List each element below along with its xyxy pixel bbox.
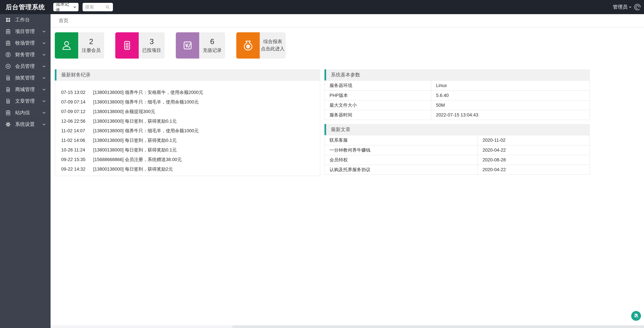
user-icon — [60, 39, 73, 51]
param-value: Linux — [431, 81, 590, 90]
sidebar-item-label: 站内信 — [15, 109, 42, 116]
chevron-down-icon — [42, 111, 46, 115]
sidebar-item-label: 商城管理 — [15, 86, 42, 93]
system-param-row: 服务器时间 2022-07-15 13:04:43 — [325, 110, 590, 120]
article-title-link[interactable]: 认购及托养服务协议 — [325, 166, 478, 173]
record-time: 09-22 15:35 — [61, 155, 93, 164]
sidebar-item-label: 文章管理 — [15, 98, 42, 105]
record-time: 11-02 14:06 — [61, 136, 93, 145]
param-label: PHP版本 — [325, 92, 431, 98]
document-icon — [5, 87, 11, 93]
gear-icon — [5, 121, 11, 127]
clipboard-icon — [5, 110, 11, 116]
sidebar-item[interactable]: 财务管理 — [0, 49, 50, 61]
sidebar-item[interactable]: 抽奖管理 — [0, 72, 50, 84]
user-name: 管理员 — [613, 4, 628, 10]
bill-edit-icon — [182, 39, 194, 51]
article-row: 认购及托养服务协议 2020-04-22 — [325, 164, 590, 174]
sidebar-item-label: 牧场管理 — [15, 40, 42, 46]
record-text: [13800138000] 每日签到，获得奖励0.1元 — [93, 117, 177, 126]
system-panel-header: 系统基本参数 — [324, 69, 590, 80]
system-param-row: 最大文件大小 50M — [325, 100, 590, 110]
search-icon[interactable] — [105, 5, 110, 9]
stat-card[interactable]: 6 充值记录 — [176, 32, 225, 59]
sidebar-item-label: 抽奖管理 — [15, 75, 42, 81]
finance-panel-header: 最新财务纪录 — [55, 69, 320, 80]
finance-record-list: 07-15 13:02 [13800138000] 领养牛只：安格斯牛，使用余额… — [55, 80, 320, 176]
system-params-table: 服务器环境 Linux PHP版本 5.6.40 最大文件大小 50M 服务器时… — [324, 80, 590, 120]
chevron-down-icon — [42, 64, 46, 68]
chevron-down-icon — [42, 76, 46, 80]
record-text: [13800138000] 每日签到，获得奖励0.1元 — [93, 136, 177, 145]
dashboard-grid-icon — [5, 17, 11, 23]
bell-slash-icon — [633, 313, 639, 319]
record-type-select[interactable]: 流水记录 — [53, 3, 78, 11]
sidebar-item-label: 工作台 — [15, 16, 42, 23]
horizontal-scrollbar[interactable] — [50, 325, 644, 328]
record-text: [15688668866] 会员注册，系统赠送38.00元 — [93, 155, 182, 164]
param-value: 50M — [431, 100, 590, 110]
param-label: 最大文件大小 — [325, 102, 431, 108]
record-time: 07-09 07:12 — [61, 107, 93, 117]
record-text: [13800138000] 每日签到，获得奖励2元 — [93, 164, 173, 174]
chevron-down-icon — [42, 99, 46, 103]
system-param-row: 服务器环境 Linux — [325, 81, 590, 90]
stat-card[interactable]: 综合报表 点击此进入 — [236, 32, 286, 59]
sidebar-item[interactable]: 站内信 — [0, 107, 50, 119]
right-column: 系统基本参数 服务器环境 Linux PHP版本 5.6.40 最大文件大小 5… — [324, 69, 590, 176]
system-param-row: PHP版本 5.6.40 — [325, 90, 590, 100]
tab-bar: 首页 — [50, 14, 644, 28]
finance-record-row: 09-22 15:35 [15688668866] 会员注册，系统赠送38.00… — [55, 155, 320, 164]
stat-card[interactable]: 2 注册会员 — [55, 32, 104, 59]
record-time: 10-26 11:24 — [61, 145, 93, 155]
search-box — [82, 3, 113, 11]
article-title-link[interactable]: 一分钟教何养牛赚钱 — [325, 147, 478, 153]
sidebar-item[interactable]: 商城管理 — [0, 84, 50, 95]
finance-record-row: 11-02 14:06 [13800138000] 每日签到，获得奖励0.1元 — [55, 136, 320, 145]
sidebar-item[interactable]: 系统设置 — [0, 119, 50, 130]
sidebar-item[interactable]: 工作台 — [0, 14, 50, 26]
card-label: 已投项目 — [142, 47, 161, 53]
sidebar-item-label: 项目管理 — [15, 28, 42, 35]
notification-toggle-button[interactable] — [631, 311, 641, 321]
finance-record-row: 07-09 07:12 [13800138000] 余额提现300元 — [55, 107, 320, 117]
article-title-link[interactable]: 联系客服 — [325, 137, 478, 143]
stat-card[interactable]: 3 已投项目 — [115, 32, 165, 59]
user-menu[interactable]: 管理员 — [613, 3, 644, 11]
top-bar: 后台管理系统 流水记录 管理员 — [0, 0, 644, 14]
horizontal-scrollbar-thumb[interactable] — [50, 325, 232, 328]
card-value: 综合报表 — [263, 39, 282, 44]
sidebar-item[interactable]: 会员管理 — [0, 61, 50, 72]
search-input[interactable] — [85, 4, 105, 10]
notebook-icon — [121, 39, 133, 51]
sidebar: 工作台 项目管理 牧场管理 财务管理 会员管理 抽奖管理 — [0, 14, 50, 328]
chevron-down-icon — [42, 122, 46, 127]
record-text: [13800138000] 领养牛只：细毛羊，使用余额1000元 — [93, 126, 199, 136]
chevron-down-icon — [42, 29, 46, 34]
chevron-down-icon — [42, 87, 46, 92]
card-value: 3 — [150, 37, 154, 46]
article-date: 2020-04-22 — [478, 146, 590, 155]
record-text: [13800138000] 余额提现300元 — [93, 107, 155, 117]
app-title: 后台管理系统 — [0, 3, 50, 11]
chevron-down-icon — [42, 52, 46, 57]
money-bag-icon — [242, 39, 254, 51]
tab-home[interactable]: 首页 — [59, 17, 68, 24]
card-label: 点击此进入 — [261, 46, 284, 52]
sidebar-item[interactable]: 项目管理 — [0, 26, 50, 37]
sidebar-item[interactable]: 文章管理 — [0, 95, 50, 107]
sidebar-item[interactable]: 牧场管理 — [0, 37, 50, 49]
articles-panel-header: 最新文章 — [324, 124, 590, 135]
article-title-link[interactable]: 会员特权 — [325, 157, 478, 163]
finance-record-row: 09-22 14:32 [13800138000] 每日签到，获得奖励2元 — [55, 164, 320, 174]
spiral-icon[interactable] — [634, 3, 641, 11]
article-date: 2020-08-28 — [478, 155, 590, 164]
articles-table: 联系客服 2020-11-02 一分钟教何养牛赚钱 2020-04-22 会员特… — [324, 135, 590, 175]
card-label: 注册会员 — [82, 47, 100, 53]
stat-cards-row: 2 注册会员 3 已投项目 6 充值记录 综合报表 点击此进入 — [55, 32, 644, 59]
sidebar-item-label: 财务管理 — [15, 51, 42, 58]
record-text: [13800138000] 每日签到，获得奖励0.1元 — [93, 145, 177, 155]
record-text: [13800138000] 领养牛只：细毛羊，使用余额1000元 — [93, 97, 199, 107]
chevron-down-icon — [628, 5, 632, 9]
sidebar-item-label: 系统设置 — [15, 121, 42, 128]
